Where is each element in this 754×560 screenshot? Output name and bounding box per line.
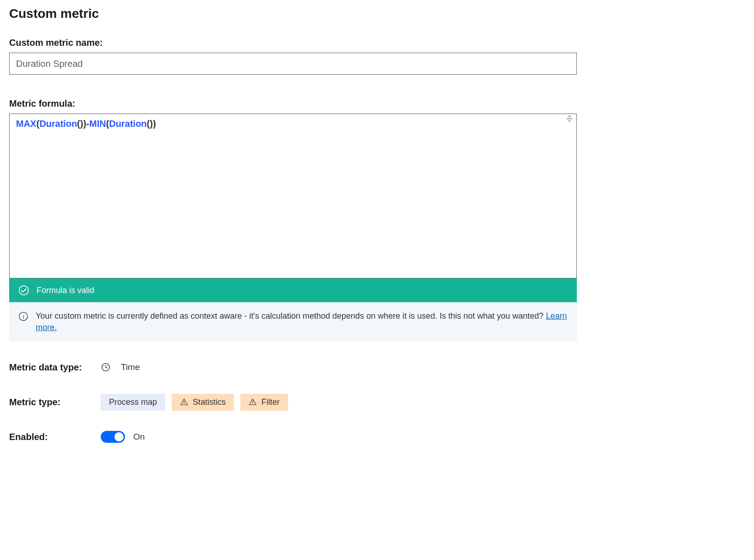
data-type-label: Metric data type: [9,362,101,373]
page-title: Custom metric [9,6,577,21]
svg-point-9 [252,403,253,404]
formula-token-punc: ()) [147,119,156,129]
metric-formula-editor[interactable]: MAX(Duration())-MIN(Duration()) [9,114,577,278]
enabled-toggle[interactable] [101,431,125,443]
formula-token-kw: Duration [109,119,146,129]
info-icon: i [18,311,28,321]
svg-text:i: i [22,314,24,320]
metric-formula-label: Metric formula: [9,98,577,109]
warning-icon [249,398,257,406]
validation-message: Formula is valid [37,286,94,295]
metric-type-label: Metric type: [9,397,101,408]
enabled-label: Enabled: [9,432,101,442]
formula-token-kw: Duration [39,119,77,129]
svg-point-7 [184,403,184,404]
context-aware-info-banner: i Your custom metric is currently define… [9,302,577,342]
metric-name-input[interactable] [9,53,577,75]
metric-type-chip[interactable]: Filter [240,394,288,411]
formula-token-op: - [86,119,89,129]
toggle-knob [114,432,124,441]
formula-token-fn: MIN [89,119,106,129]
metric-type-chip-label: Process map [109,397,157,407]
metric-type-chip-label: Filter [261,397,280,407]
formula-token-fn: MAX [16,119,36,129]
checkmark-icon [18,285,29,296]
formula-token-punc: ()) [77,119,86,129]
clock-icon [101,362,111,372]
resize-handle-icon[interactable] [566,115,575,122]
data-type-value: Time [121,362,140,372]
warning-icon [180,398,188,406]
info-message: Your custom metric is currently defined … [36,311,543,321]
validation-banner: Formula is valid [9,278,577,302]
metric-type-chip[interactable]: Statistics [172,394,234,411]
svg-point-2 [19,286,28,295]
metric-type-chip[interactable]: Process map [101,394,165,411]
metric-name-label: Custom metric name: [9,38,577,48]
metric-type-chip-label: Statistics [193,397,226,407]
enabled-state-label: On [133,432,145,442]
